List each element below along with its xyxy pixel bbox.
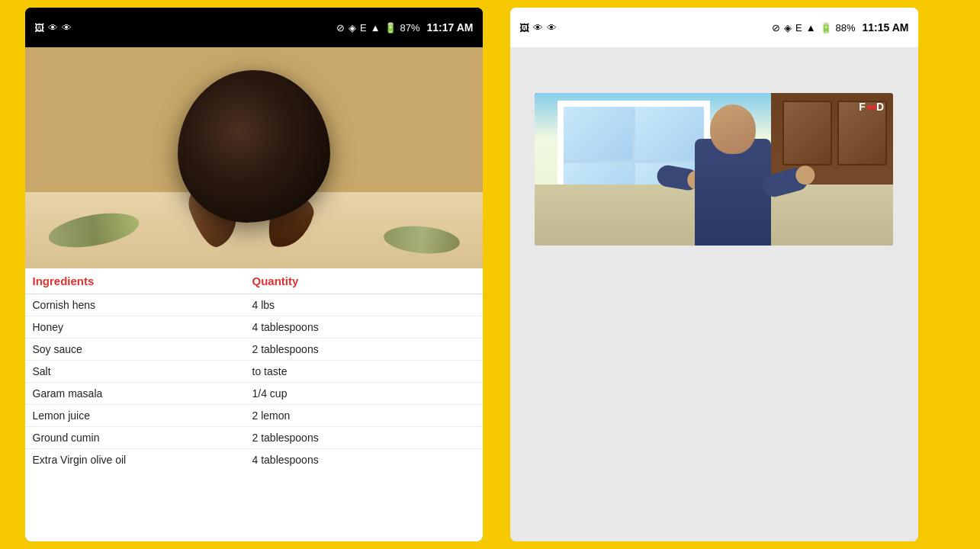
ingredient-quantity: to taste: [245, 361, 483, 383]
food-logo: FD: [859, 101, 885, 113]
ingredient-quantity: 4 tablespoons: [245, 316, 483, 339]
right-status-right-group: ⊘ ◈ E ▲ 🔋 88% 11:15 AM: [772, 21, 909, 34]
battery-level-right: 88%: [836, 22, 856, 34]
battery-icon-right: 🔋: [820, 22, 832, 34]
video-container[interactable]: FD: [535, 93, 893, 246]
status-bar-right: 🖼 👁 👁 ⊘ ◈ E ▲ 🔋 88% 11:15 AM: [510, 8, 918, 47]
ingredient-name: Ground cumin: [25, 427, 245, 449]
ingredient-quantity: 2 tablespoons: [245, 339, 483, 361]
food-image: [25, 47, 483, 268]
ingredient-name: Salt: [25, 361, 245, 383]
ingredient-name: Cornish hens: [25, 294, 245, 316]
wifi-icon-right: ◈: [784, 22, 792, 34]
ingredient-name: Honey: [25, 316, 245, 339]
ingredient-name: Soy sauce: [25, 339, 245, 361]
table-row: Ground cumin2 tablespoons: [25, 427, 483, 449]
right-left-status-icons: 🖼 👁 👁: [519, 22, 557, 34]
phone-right: 🖼 👁 👁 ⊘ ◈ E ▲ 🔋 88% 11:15 AM: [510, 8, 918, 541]
e-icon-right: E: [795, 22, 802, 34]
table-row: Soy sauce2 tablespoons: [25, 339, 483, 361]
table-row: Lemon juice2 lemon: [25, 405, 483, 427]
chef-body: [695, 139, 771, 246]
chef-figure: [672, 97, 794, 246]
table-row: Honey4 tablespoons: [25, 316, 483, 339]
wifi-icon: ◈: [349, 22, 356, 34]
phone-left: 🖼 👁 👁 ⊘ ◈ E ▲ 🔋 87% 11:17 AM: [25, 8, 483, 541]
quantity-col-header: Quantity: [245, 268, 483, 294]
screen-container: 🖼 👁 👁 ⊘ ◈ E ▲ 🔋 87% 11:17 AM: [25, 8, 956, 541]
chicken-body: [178, 70, 330, 223]
ingredient-quantity: 1/4 cup: [245, 383, 483, 405]
e-icon: E: [360, 22, 367, 34]
ingredients-table: Ingredients Quantity Cornish hens4 lbsHo…: [25, 268, 483, 470]
no-entry-icon: ⊘: [336, 22, 345, 34]
table-row: Saltto taste: [25, 361, 483, 383]
table-row: Extra Virgin olive oil4 tablespoons: [25, 449, 483, 471]
food-logo-text: FD: [859, 101, 885, 113]
time-right: 11:15 AM: [863, 21, 909, 34]
battery-icon: 🔋: [384, 22, 397, 34]
ingredient-quantity: 2 tablespoons: [245, 427, 483, 449]
battery-level-left: 87%: [400, 22, 420, 34]
ingredient-name: Garam masala: [25, 383, 245, 405]
ingredients-col-header: Ingredients: [25, 268, 245, 294]
eye-icon-right-1: 👁: [533, 22, 543, 34]
ingredients-section[interactable]: Ingredients Quantity Cornish hens4 lbsHo…: [25, 268, 483, 541]
eye-icon-right-2: 👁: [547, 22, 557, 34]
food-logo-dot-2: [872, 105, 876, 110]
no-entry-icon-right: ⊘: [772, 22, 780, 34]
left-status-icons: 🖼 👁 👁: [34, 22, 72, 34]
image-icon-right: 🖼: [519, 22, 529, 34]
right-status-group: ⊘ ◈ E ▲ 🔋 87% 11:17 AM: [336, 21, 474, 34]
signal-icon-right: ▲: [806, 22, 816, 34]
ingredient-name: Lemon juice: [25, 405, 245, 427]
status-bar-left: 🖼 👁 👁 ⊘ ◈ E ▲ 🔋 87% 11:17 AM: [25, 8, 483, 47]
ingredient-quantity: 4 lbs: [245, 294, 483, 316]
eye-icon-2: 👁: [62, 22, 72, 34]
phone-content-right: FD: [510, 47, 918, 541]
table-row: Garam masala1/4 cup: [25, 383, 483, 405]
video-bg: FD: [535, 93, 893, 246]
time-left: 11:17 AM: [427, 21, 474, 34]
table-row: Cornish hens4 lbs: [25, 294, 483, 316]
ingredient-quantity: 2 lemon: [245, 405, 483, 427]
ingredient-quantity: 4 tablespoons: [245, 449, 483, 471]
image-icon: 🖼: [34, 22, 44, 34]
food-logo-dot-1: [867, 105, 872, 110]
ingredient-name: Extra Virgin olive oil: [25, 449, 245, 471]
phone-content-left: Ingredients Quantity Cornish hens4 lbsHo…: [25, 47, 483, 541]
window-pane-tl: [564, 107, 632, 160]
eye-icon-1: 👁: [48, 22, 58, 34]
chef-head: [710, 104, 756, 154]
signal-icon: ▲: [371, 22, 381, 34]
